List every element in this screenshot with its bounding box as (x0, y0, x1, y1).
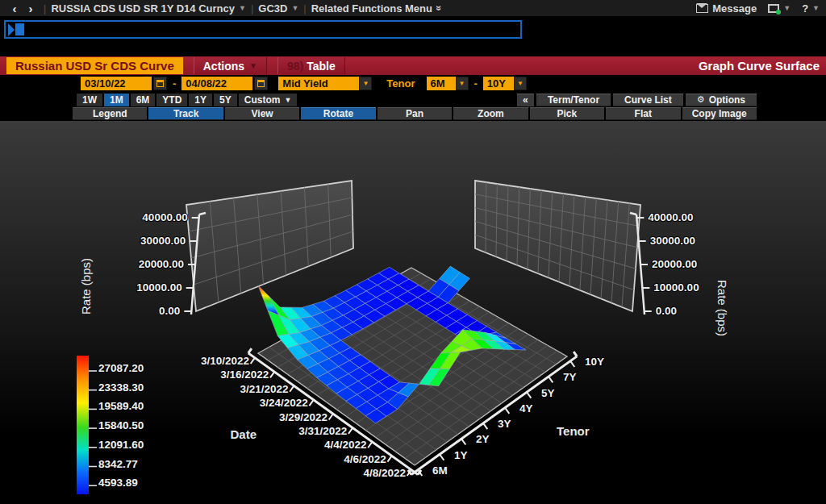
tenor-to-dropdown-button[interactable]: ▼ (514, 77, 527, 90)
svg-text:4/8/2022: 4/8/2022 (363, 467, 406, 479)
tab-1y[interactable]: 1Y (189, 94, 212, 106)
svg-text:0.00: 0.00 (656, 305, 677, 317)
chevron-down-icon: ▼ (812, 4, 820, 12)
tenor-from-select[interactable]: 6M (427, 77, 456, 90)
3d-surface-chart[interactable]: 0.0010000.0020000.0030000.0040000.000.00… (0, 121, 826, 504)
date-to-input[interactable]: 04/08/22 (181, 77, 252, 90)
tab-ytd[interactable]: YTD (156, 94, 187, 106)
svg-text:10000.00: 10000.00 (136, 281, 181, 294)
range-tabs-row: 1W 1M 6M YTD 1Y 5Y Custom ▼ « Term/Tenor… (0, 93, 826, 106)
tenor-range-dash: - (474, 77, 478, 90)
custom-label: Custom (244, 94, 281, 106)
svg-text:19589.40: 19589.40 (98, 400, 144, 412)
tenor-to-select[interactable]: 10Y (483, 77, 514, 90)
svg-text:Date: Date (230, 427, 257, 441)
actions-button[interactable]: Actions ▼ (194, 57, 267, 74)
chevron-down-icon: ▼ (783, 4, 791, 12)
table-shortcut-key: 98) (287, 60, 303, 73)
svg-text:12091.60: 12091.60 (98, 439, 144, 451)
svg-text:30000.00: 30000.00 (650, 235, 695, 247)
tenor-from-dropdown-button[interactable]: ▼ (456, 77, 469, 90)
tab-custom[interactable]: Custom ▼ (239, 94, 298, 106)
view-button[interactable]: View (225, 107, 299, 120)
tab-6m[interactable]: 6M (131, 94, 156, 106)
curve-list-button[interactable]: Curve List (613, 94, 683, 106)
date-from-input[interactable]: 03/10/22 (81, 77, 152, 90)
tab-1m[interactable]: 1M (104, 94, 129, 106)
svg-text:0.00: 0.00 (159, 305, 180, 317)
track-button[interactable]: Track (148, 107, 223, 120)
screen-capture-button[interactable]: ▼ (768, 4, 791, 13)
divider: | (44, 2, 46, 15)
controls-row: 03/10/22 - 04/08/22 Mid Yield ▼ Tenor 6M… (0, 75, 826, 92)
svg-text:3/10/2022: 3/10/2022 (201, 355, 249, 367)
message-button[interactable]: Message (696, 2, 757, 15)
rotate-button[interactable]: Rotate (301, 107, 375, 120)
actions-label: Actions (203, 60, 244, 73)
function-label: GC3D (258, 2, 287, 15)
quote-type-select[interactable]: Mid Yield (278, 77, 359, 90)
table-label: Table (307, 60, 336, 73)
command-input[interactable] (4, 20, 522, 39)
tenor-label: Tenor (386, 77, 415, 90)
svg-text:15840.50: 15840.50 (98, 419, 144, 431)
capture-icon (768, 4, 779, 13)
rate-axis-right: 0.0010000.0020000.0030000.0040000.00 (630, 211, 699, 317)
chevron-down-icon: ▼ (291, 4, 298, 12)
pan-button[interactable]: Pan (378, 107, 452, 120)
terminal-screen: ‹ › | RUSSIA CDS USD SR 1Y D14 Curncy ▼ … (0, 0, 826, 504)
svg-text:2Y: 2Y (476, 433, 490, 445)
chevron-down-icon: ▼ (284, 96, 291, 104)
calendar-button[interactable] (254, 77, 268, 90)
table-button[interactable]: 98)Table (277, 57, 345, 74)
svg-text:40000.00: 40000.00 (142, 211, 187, 223)
svg-text:4Y: 4Y (519, 402, 533, 414)
zoom-button[interactable]: Zoom (453, 107, 528, 120)
options-button[interactable]: ⚙ Options (686, 94, 757, 106)
calendar-button[interactable] (153, 77, 167, 90)
svg-text:5Y: 5Y (541, 387, 555, 399)
term-tenor-button[interactable]: Term/Tenor (536, 94, 611, 106)
flat-button[interactable]: Flat (606, 107, 680, 120)
security-menu[interactable]: RUSSIA CDS USD SR 1Y D14 Curncy ▼ (51, 2, 246, 15)
related-functions-menu[interactable]: Related Functions Menu » (311, 2, 442, 15)
chevron-down-icon: ▼ (239, 4, 246, 12)
divider: | (251, 2, 253, 15)
svg-text:8342.77: 8342.77 (98, 458, 138, 470)
svg-text:3/31/2022: 3/31/2022 (298, 425, 347, 437)
copy-image-button[interactable]: Copy Image (682, 107, 757, 120)
svg-text:3/24/2022: 3/24/2022 (260, 397, 308, 409)
svg-text:10Y: 10Y (585, 356, 604, 368)
function-title-bar: Russian USD Sr CDS Curve Actions ▼ 98)Ta… (0, 56, 826, 75)
pick-button[interactable]: Pick (530, 107, 604, 120)
command-line-row (0, 19, 826, 42)
nav-back-button[interactable]: ‹ (6, 2, 23, 15)
view-mode-title: Graph Curve Surface (699, 59, 826, 73)
quote-type-dropdown-button[interactable]: ▼ (359, 77, 372, 90)
svg-text:20000.00: 20000.00 (139, 258, 184, 270)
page-title: Russian USD Sr CDS Curve (6, 57, 183, 74)
svg-text:23338.30: 23338.30 (98, 381, 144, 394)
prompt-arrow-icon (8, 23, 15, 36)
svg-text:3/21/2022: 3/21/2022 (240, 383, 288, 395)
chart-toolbar: Legend Track View Rotate Pan Zoom Pick F… (73, 107, 757, 120)
tab-5y[interactable]: 5Y (214, 94, 237, 106)
function-menu[interactable]: GC3D ▼ (258, 2, 298, 15)
legend-button[interactable]: Legend (73, 107, 147, 120)
message-label: Message (712, 2, 757, 15)
divider: | (303, 2, 306, 15)
svg-text:3/16/2022: 3/16/2022 (220, 369, 269, 381)
help-menu[interactable]: ? ▼ (802, 2, 820, 15)
envelope-icon (696, 4, 708, 13)
tab-1w[interactable]: 1W (77, 94, 102, 106)
collapse-panel-button[interactable]: « (517, 94, 534, 106)
svg-text:3Y: 3Y (498, 418, 511, 430)
calendar-icon (257, 80, 265, 87)
chevron-down-icon: ▼ (249, 61, 257, 70)
svg-text:4593.89: 4593.89 (98, 477, 138, 489)
security-label: RUSSIA CDS USD SR 1Y D14 Curncy (51, 2, 235, 15)
svg-text:40000.00: 40000.00 (648, 211, 693, 223)
svg-text:7Y: 7Y (563, 371, 577, 383)
nav-forward-button[interactable]: › (23, 2, 39, 15)
color-legend: 27087.2023338.3019589.4015840.5012091.60… (77, 356, 144, 494)
